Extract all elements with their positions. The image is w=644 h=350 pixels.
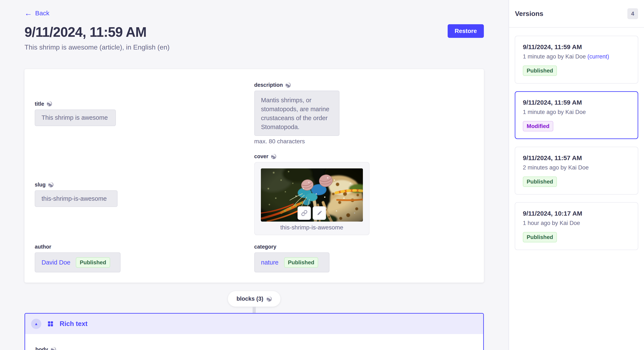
page-title: 9/11/2024, 11:59 AM: [24, 24, 484, 40]
version-status-badge: Published: [523, 232, 557, 242]
page-subtitle: This shrimp is awesome (article), in Eng…: [24, 43, 484, 51]
versions-header: Versions 4: [509, 0, 644, 28]
version-card[interactable]: 9/11/2024, 10:17 AM 1 hour ago by Kai Do…: [515, 202, 638, 250]
globe-icon: [48, 182, 54, 187]
rich-text-block: ▲ Rich text body: [24, 313, 484, 350]
rich-text-title: Rich text: [60, 320, 88, 328]
version-preview-card: title This shrimp is awesome description…: [24, 69, 484, 283]
link-icon: [301, 210, 308, 216]
description-label: description: [254, 82, 283, 88]
back-label: Back: [35, 9, 50, 17]
field-author: author David Doe Published: [35, 244, 254, 272]
restore-button[interactable]: Restore: [448, 24, 484, 38]
collapse-button[interactable]: ▲: [31, 319, 41, 329]
versions-panel: Versions 4 9/11/2024, 11:59 AM 1 minute …: [508, 0, 644, 350]
description-hint: max. 80 characters: [254, 138, 474, 145]
version-meta: 1 minute ago by Kai Doe: [523, 109, 630, 116]
versions-title: Versions: [515, 10, 543, 18]
version-meta: 1 minute ago by Kai Doe (current): [523, 53, 630, 60]
category-relation-box: nature Published: [254, 252, 330, 272]
globe-icon: [266, 296, 272, 302]
author-status-badge: Published: [76, 257, 110, 268]
caret-up-icon: ▲: [34, 322, 38, 326]
globe-icon: [271, 154, 276, 159]
version-meta: 2 minutes ago by Kai Doe: [523, 164, 630, 171]
cover-card: this-shrimp-is-awesome: [254, 162, 370, 235]
version-date: 9/11/2024, 11:59 AM: [523, 43, 630, 51]
title-input: This shrimp is awesome: [35, 110, 116, 126]
slug-input: this-shrimp-is-awesome: [35, 190, 118, 207]
versions-count-badge: 4: [628, 8, 638, 19]
category-label: category: [254, 244, 276, 250]
version-date: 9/11/2024, 11:59 AM: [523, 99, 630, 106]
slug-label: slug: [35, 181, 46, 188]
field-category: category nature Published: [254, 244, 474, 272]
body-label: body: [35, 347, 48, 350]
version-date: 9/11/2024, 11:57 AM: [523, 154, 630, 162]
version-card[interactable]: 9/11/2024, 11:59 AM 1 minute ago by Kai …: [515, 91, 638, 139]
rich-text-body: body: [25, 334, 483, 350]
globe-icon: [285, 82, 291, 88]
cover-actions: [298, 206, 326, 220]
version-meta-text: 2 minutes ago by Kai Doe: [523, 164, 589, 171]
blocks-connector: [252, 307, 256, 313]
blocks-pill: blocks (3): [228, 291, 280, 307]
back-link[interactable]: ← Back: [24, 9, 50, 17]
cover-edit-button[interactable]: [313, 206, 326, 220]
version-card[interactable]: 9/11/2024, 11:59 AM 1 minute ago by Kai …: [515, 36, 638, 84]
field-title: title This shrimp is awesome: [35, 101, 254, 126]
version-status-badge: Published: [523, 176, 557, 187]
cover-label: cover: [254, 153, 268, 160]
field-description: description Mantis shrimps, or stomatopo…: [254, 82, 474, 145]
version-date: 9/11/2024, 10:17 AM: [523, 210, 630, 217]
globe-icon: [47, 101, 52, 107]
field-cover: cover: [254, 153, 474, 235]
grid-blocks-icon: [48, 321, 53, 327]
blocks-pill-label: blocks (3): [236, 296, 263, 302]
globe-icon: [51, 347, 56, 350]
cover-link-button[interactable]: [298, 206, 311, 220]
arrow-left-icon: ←: [24, 9, 32, 17]
version-status-badge: Published: [523, 65, 557, 76]
version-meta: 1 hour ago by Kai Doe: [523, 220, 630, 226]
author-link[interactable]: David Doe: [42, 259, 70, 266]
category-link[interactable]: nature: [261, 259, 278, 266]
category-status-badge: Published: [284, 257, 318, 268]
version-current-tag: (current): [587, 53, 609, 60]
version-status-badge: Modified: [523, 121, 553, 131]
versions-list: 9/11/2024, 11:59 AM 1 minute ago by Kai …: [509, 28, 644, 258]
pencil-icon: [316, 210, 323, 216]
description-textarea: Mantis shrimps, or stomatopods, are mari…: [254, 91, 340, 136]
rich-text-header[interactable]: ▲ Rich text: [25, 314, 483, 334]
main-content: ← Back 9/11/2024, 11:59 AM This shrimp i…: [0, 0, 508, 350]
version-card[interactable]: 9/11/2024, 11:57 AM 2 minutes ago by Kai…: [515, 147, 638, 194]
version-meta-text: 1 minute ago by Kai Doe: [523, 53, 587, 60]
author-relation-box: David Doe Published: [35, 252, 120, 272]
version-meta-text: 1 minute ago by Kai Doe: [523, 109, 586, 115]
cover-image: [261, 169, 363, 222]
author-label: author: [35, 244, 51, 250]
blocks-section: blocks (3) ▲ Rich text body: [24, 291, 484, 350]
field-slug: slug this-shrimp-is-awesome: [35, 181, 254, 207]
cover-caption: this-shrimp-is-awesome: [261, 224, 363, 231]
version-meta-text: 1 hour ago by Kai Doe: [523, 220, 580, 226]
title-label: title: [35, 101, 44, 107]
